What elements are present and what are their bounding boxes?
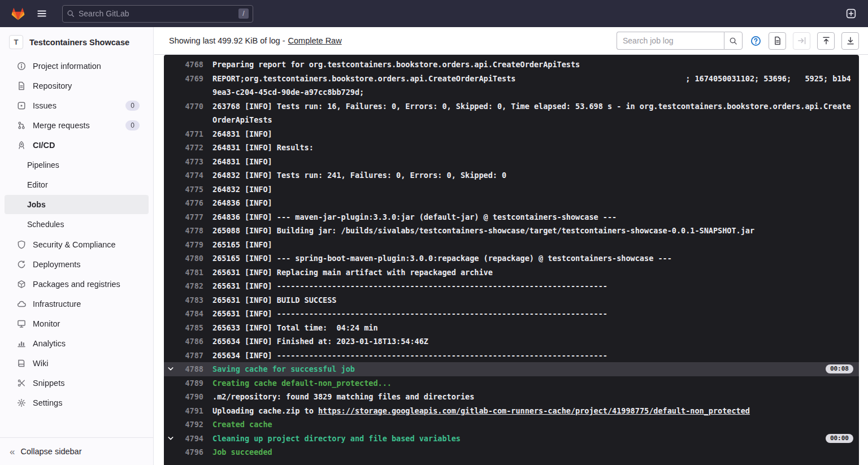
sidebar-subitem-label: Editor xyxy=(27,180,48,189)
log-line-number[interactable]: 4768 xyxy=(179,58,203,72)
log-line-number[interactable]: 4788 xyxy=(179,362,203,376)
sidebar-subitem-jobs[interactable]: Jobs xyxy=(5,195,149,214)
sidebar-item-repository[interactable]: Repository xyxy=(0,76,153,95)
chevron-spacer xyxy=(167,127,179,131)
project-header[interactable]: T Testcontainers Showcase xyxy=(0,27,153,56)
log-line-number[interactable]: 4773 xyxy=(179,155,203,169)
arrow-up-to-line-icon xyxy=(822,36,831,45)
sidebar-item-packages-and-registries[interactable]: Packages and registries xyxy=(0,274,153,294)
sidebar-subitem-editor[interactable]: Editor xyxy=(5,175,149,194)
log-line-number[interactable]: 4796 xyxy=(179,445,203,459)
log-line-text: 264836 [INFO] xyxy=(212,196,853,210)
log-line-number[interactable]: 4769 xyxy=(179,72,203,86)
log-line-4774: 4774264832 [INFO] Tests run: 241, Failur… xyxy=(164,168,859,182)
scroll-to-failure-button[interactable] xyxy=(793,32,810,50)
sidebar-subitem-label: Pipelines xyxy=(27,160,59,170)
log-line-number[interactable]: 4771 xyxy=(179,127,203,141)
log-line-4780: 4780265165 [INFO] --- spring-boot-maven-… xyxy=(164,251,859,266)
top-navbar: / xyxy=(0,0,868,27)
sidebar-subitem-pipelines[interactable]: Pipelines xyxy=(5,155,149,175)
log-line-number[interactable]: 4790 xyxy=(179,390,203,404)
sidebar-item-ci-cd[interactable]: CI/CD xyxy=(0,135,153,155)
sidebar-item-analytics[interactable]: Analytics xyxy=(0,333,153,353)
chevron-spacer xyxy=(167,321,179,324)
log-line-4769: 4769REPORT;org.testcontainers.bookstore.… xyxy=(164,72,859,99)
log-line-number[interactable]: 4781 xyxy=(179,266,203,280)
log-line-4785: 4785265633 [INFO] Total time: 04:24 min xyxy=(164,321,859,335)
log-line-number[interactable]: 4786 xyxy=(179,334,203,349)
job-log-search-input[interactable] xyxy=(617,32,724,50)
global-search-input[interactable] xyxy=(79,9,235,18)
log-line-number[interactable]: 4783 xyxy=(179,293,203,307)
log-line-number[interactable]: 4780 xyxy=(179,251,203,266)
chevron-spacer xyxy=(167,99,179,103)
show-raw-button[interactable] xyxy=(769,32,786,50)
sidebar-item-infrastructure[interactable]: Infrastructure xyxy=(0,294,153,314)
sidebar-item-monitor[interactable]: Monitor xyxy=(0,314,153,333)
log-line-number[interactable]: 4779 xyxy=(179,238,203,252)
plus-square-icon xyxy=(846,8,856,19)
collapse-sidebar-label: Collapse sidebar xyxy=(20,447,81,456)
log-line-4792: 4792Created cache xyxy=(164,418,859,432)
sidebar-item-wiki[interactable]: Wiki xyxy=(0,353,153,373)
job-log-search-button[interactable] xyxy=(724,32,743,50)
chevron-spacer xyxy=(167,445,179,449)
log-line-number[interactable]: 4784 xyxy=(179,307,203,321)
log-line-number[interactable]: 4787 xyxy=(179,349,203,363)
settings-icon xyxy=(17,398,26,407)
chevron-spacer xyxy=(167,404,179,407)
question-circle-icon xyxy=(750,36,761,46)
menu-toggle-button[interactable] xyxy=(32,3,52,24)
search-help-button[interactable] xyxy=(749,34,762,47)
log-line-number[interactable]: 4778 xyxy=(179,224,203,238)
sidebar-item-project-information[interactable]: Project information xyxy=(0,56,153,76)
log-line-number[interactable]: 4794 xyxy=(179,432,203,446)
section-chevron-down-icon[interactable] xyxy=(167,362,179,372)
log-line-number[interactable]: 4782 xyxy=(179,279,203,293)
collapse-sidebar-button[interactable]: « Collapse sidebar xyxy=(0,437,153,465)
log-line-number[interactable]: 4776 xyxy=(179,196,203,210)
log-line-4779: 4779265165 [INFO] xyxy=(164,238,859,252)
log-line-4776: 4776264836 [INFO] xyxy=(164,196,859,210)
section-duration-badge: 00:08 xyxy=(826,364,853,373)
log-line-number[interactable]: 4791 xyxy=(179,404,203,418)
sidebar-item-deployments[interactable]: Deployments xyxy=(0,254,153,274)
log-line-number[interactable]: 4777 xyxy=(179,210,203,224)
chevron-spacer xyxy=(167,58,179,61)
complete-raw-link[interactable]: Complete Raw xyxy=(288,36,342,45)
sidebar-item-issues[interactable]: Issues0 xyxy=(0,95,153,115)
global-search[interactable]: / xyxy=(62,5,253,23)
scroll-to-bottom-button[interactable] xyxy=(841,32,859,50)
new-item-button[interactable] xyxy=(841,3,861,24)
log-line-4773: 4773264831 [INFO] xyxy=(164,155,859,169)
log-line-number[interactable]: 4772 xyxy=(179,141,203,155)
sidebar-subitem-label: Schedules xyxy=(27,220,64,229)
chevron-spacer xyxy=(167,168,179,172)
log-line-number[interactable]: 4792 xyxy=(179,418,203,432)
chevron-spacer xyxy=(167,196,179,199)
sidebar-item-label: Merge requests xyxy=(33,121,90,130)
sidebar-item-settings[interactable]: Settings xyxy=(0,393,153,412)
sidebar-item-snippets[interactable]: Snippets xyxy=(0,373,153,393)
section-chevron-down-icon[interactable] xyxy=(167,432,179,442)
chevron-spacer xyxy=(167,72,179,75)
sidebar-item-security-compliance[interactable]: Security & Compliance xyxy=(0,234,153,254)
job-log-lines: 4768Preparing report for org.testcontain… xyxy=(164,58,859,459)
arrow-down-to-line-icon xyxy=(846,36,855,45)
main-content: Showing last 499.92 KiB of log - Complet… xyxy=(154,27,868,465)
hamburger-icon xyxy=(37,8,47,19)
log-line-text: Uploading cache.zip to https://storage.g… xyxy=(212,404,853,418)
log-line-number[interactable]: 4775 xyxy=(179,182,203,197)
sidebar-item-merge-requests[interactable]: Merge requests0 xyxy=(0,115,153,135)
log-line-number[interactable]: 4785 xyxy=(179,321,203,335)
log-line-number[interactable]: 4789 xyxy=(179,376,203,390)
project-name: Testcontainers Showcase xyxy=(29,38,129,47)
log-line-number[interactable]: 4770 xyxy=(179,99,203,114)
log-line-number[interactable]: 4774 xyxy=(179,168,203,182)
scroll-to-top-button[interactable] xyxy=(817,32,835,50)
sidebar-subitem-schedules[interactable]: Schedules xyxy=(5,215,149,234)
log-link[interactable]: https://storage.googleapis.com/gitlab-co… xyxy=(318,406,750,415)
sidebar: T Testcontainers Showcase Project inform… xyxy=(0,27,154,465)
chevron-spacer xyxy=(167,390,179,393)
gitlab-logo[interactable] xyxy=(7,2,29,25)
